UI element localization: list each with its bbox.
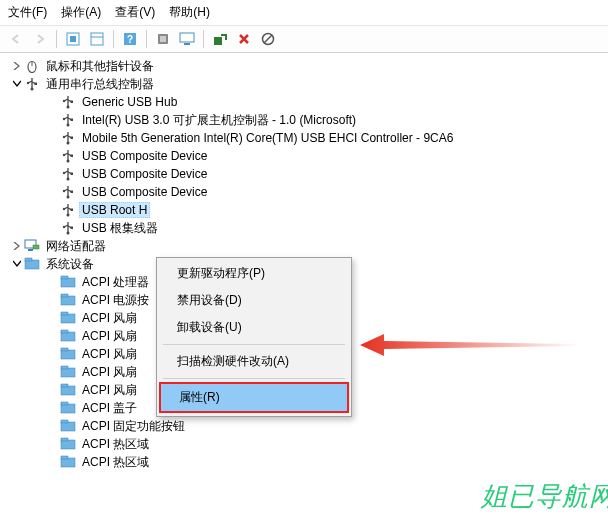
system-device-icon <box>60 418 76 434</box>
svg-point-26 <box>67 160 70 163</box>
tree-node-usb-device[interactable]: USB Root H <box>6 201 608 219</box>
tree-label[interactable]: ACPI 风扇 <box>79 363 140 382</box>
tree-label[interactable]: USB Composite Device <box>79 148 210 164</box>
tree-node-system-device[interactable]: ACPI 热区域 <box>6 453 608 471</box>
tree-node-mouse[interactable]: 鼠标和其他指针设备 <box>6 57 608 75</box>
menu-update-driver[interactable]: 更新驱动程序(P) <box>159 260 349 287</box>
tree-label[interactable]: ACPI 风扇 <box>79 309 140 328</box>
nav-forward-button[interactable] <box>28 28 52 50</box>
tree-label[interactable]: ACPI 处理器 <box>79 273 152 292</box>
svg-rect-55 <box>61 348 68 351</box>
network-icon <box>24 238 40 254</box>
svg-point-21 <box>63 118 65 120</box>
svg-rect-65 <box>61 438 68 441</box>
svg-rect-45 <box>25 258 32 261</box>
tree-label[interactable]: ACPI 热区域 <box>79 453 152 472</box>
nav-back-button[interactable] <box>4 28 28 50</box>
tree-label[interactable]: ACPI 风扇 <box>79 327 140 346</box>
tree-label[interactable]: USB Root H <box>79 202 150 218</box>
tree-label[interactable]: USB 根集线器 <box>79 219 161 238</box>
tree-label[interactable]: Generic USB Hub <box>79 94 180 110</box>
tree-label[interactable]: Mobile 5th Generation Intel(R) Core(TM) … <box>79 130 456 146</box>
tree-spacer <box>46 113 60 127</box>
tree-label[interactable]: ACPI 电源按 <box>79 291 152 310</box>
system-device-icon <box>60 436 76 452</box>
tree-node-usb-device[interactable]: Mobile 5th Generation Intel(R) Core(TM) … <box>6 129 608 147</box>
svg-rect-10 <box>214 37 222 45</box>
svg-rect-49 <box>61 294 68 297</box>
svg-rect-47 <box>61 276 68 279</box>
svg-rect-60 <box>61 404 75 413</box>
tree-label[interactable]: ACPI 风扇 <box>79 345 140 364</box>
svg-rect-7 <box>160 36 166 42</box>
tree-label[interactable]: ACPI 盖子 <box>79 399 140 418</box>
tree-node-system-device[interactable]: ACPI 热区域 <box>6 435 608 453</box>
properties-button[interactable] <box>151 28 175 50</box>
usb-icon <box>24 76 40 92</box>
system-device-icon <box>60 454 76 470</box>
chevron-right-icon[interactable] <box>10 239 24 253</box>
svg-rect-42 <box>28 249 33 251</box>
tree-node-system-device[interactable]: ACPI 固定功能按钮 <box>6 417 608 435</box>
tree-node-network[interactable]: 网络适配器 <box>6 237 608 255</box>
tree-label[interactable]: 网络适配器 <box>43 237 109 256</box>
scan-hardware-button[interactable] <box>208 28 232 50</box>
show-hidden-button[interactable] <box>61 28 85 50</box>
tree-node-usb-device[interactable]: USB Composite Device <box>6 183 608 201</box>
system-device-icon <box>60 364 76 380</box>
chevron-right-icon[interactable] <box>10 59 24 73</box>
svg-point-15 <box>27 82 29 84</box>
tree-node-usb-device[interactable]: Intel(R) USB 3.0 可扩展主机控制器 - 1.0 (Microso… <box>6 111 608 129</box>
tree-label[interactable]: Intel(R) USB 3.0 可扩展主机控制器 - 1.0 (Microso… <box>79 111 359 130</box>
tree-label[interactable]: 鼠标和其他指针设备 <box>43 57 157 76</box>
tree-node-usb-device[interactable]: USB Composite Device <box>6 147 608 165</box>
tree-label[interactable]: USB Composite Device <box>79 166 210 182</box>
menu-file[interactable]: 文件(F) <box>8 4 47 21</box>
menu-highlight-frame: 属性(R) <box>159 382 349 413</box>
help-button[interactable]: ? <box>118 28 142 50</box>
usb-icon <box>60 130 76 146</box>
menu-disable-device[interactable]: 禁用设备(D) <box>159 287 349 314</box>
svg-rect-58 <box>61 386 75 395</box>
chevron-down-icon[interactable] <box>10 257 24 271</box>
toolbar-button-2[interactable] <box>85 28 109 50</box>
menu-help[interactable]: 帮助(H) <box>169 4 210 21</box>
tree-spacer <box>46 275 60 289</box>
tree-node-usb-device[interactable]: Generic USB Hub <box>6 93 608 111</box>
tree-label[interactable]: 通用串行总线控制器 <box>43 75 157 94</box>
monitor-button[interactable] <box>175 28 199 50</box>
svg-rect-61 <box>61 402 68 405</box>
menu-uninstall-device[interactable]: 卸载设备(U) <box>159 314 349 341</box>
menu-properties[interactable]: 属性(R) <box>161 384 347 411</box>
tree-spacer <box>46 419 60 433</box>
svg-rect-22 <box>71 119 74 122</box>
menu-action[interactable]: 操作(A) <box>61 4 101 21</box>
menu-scan-hardware[interactable]: 扫描检测硬件改动(A) <box>159 348 349 375</box>
tree-label[interactable]: ACPI 固定功能按钮 <box>79 417 188 436</box>
svg-point-23 <box>67 142 70 145</box>
svg-rect-44 <box>25 260 39 269</box>
svg-rect-31 <box>71 173 74 176</box>
usb-icon <box>60 184 76 200</box>
svg-rect-19 <box>71 101 74 104</box>
tree-node-usb-controllers[interactable]: 通用串行总线控制器 <box>6 75 608 93</box>
svg-point-36 <box>63 208 65 210</box>
tree-label[interactable]: USB Composite Device <box>79 184 210 200</box>
disable-button[interactable] <box>256 28 280 50</box>
uninstall-button[interactable] <box>232 28 256 50</box>
tree-label[interactable]: 系统设备 <box>43 255 97 274</box>
tree-label[interactable]: ACPI 热区域 <box>79 435 152 454</box>
svg-rect-57 <box>61 366 68 369</box>
chevron-down-icon[interactable] <box>10 77 24 91</box>
tree-node-usb-device[interactable]: USB 根集线器 <box>6 219 608 237</box>
tree-spacer <box>46 401 60 415</box>
usb-icon <box>60 112 76 128</box>
svg-rect-64 <box>61 440 75 449</box>
svg-rect-63 <box>61 420 68 423</box>
svg-rect-54 <box>61 350 75 359</box>
menu-view[interactable]: 查看(V) <box>115 4 155 21</box>
tree-node-usb-device[interactable]: USB Composite Device <box>6 165 608 183</box>
svg-rect-53 <box>61 330 68 333</box>
toolbar-separator <box>203 30 204 48</box>
tree-label[interactable]: ACPI 风扇 <box>79 381 140 400</box>
